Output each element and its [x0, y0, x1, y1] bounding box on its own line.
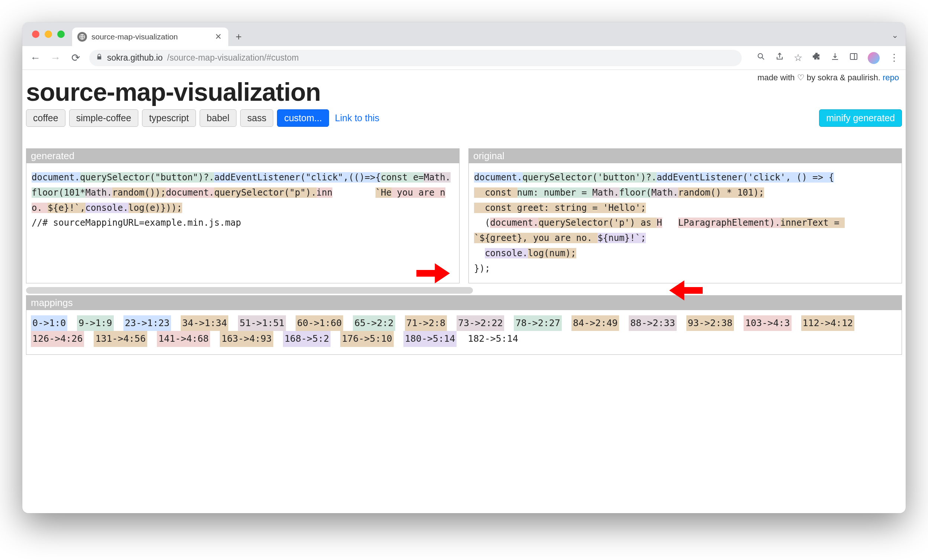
tab-simple-coffee[interactable]: simple-coffee [69, 109, 138, 127]
mapping-entry[interactable]: 78->2:27 [514, 315, 562, 331]
search-icon[interactable] [757, 52, 766, 64]
tab-babel[interactable]: babel [200, 109, 237, 127]
mapping-entry[interactable]: 180->5:14 [403, 331, 456, 347]
credits: made with ♡ by sokra & paulirish. repo [757, 73, 899, 82]
panels: generated document.querySelector("button… [26, 148, 902, 283]
mapping-entry[interactable]: 60->1:60 [296, 315, 343, 331]
profile-avatar[interactable] [868, 52, 880, 64]
mapping-entry[interactable]: 73->2:22 [456, 315, 504, 331]
url-path: /source-map-visualization/#custom [167, 53, 299, 63]
mapping-entry[interactable]: 126->4:26 [31, 331, 84, 347]
maximize-window-icon[interactable] [57, 31, 65, 38]
generated-header: generated [26, 149, 459, 163]
mapping-entry[interactable]: 168->5:2 [283, 331, 331, 347]
mapping-entry[interactable]: 9->1:9 [77, 315, 113, 331]
downloads-icon[interactable] [830, 52, 839, 64]
browser-window: source-map-visualization ✕ + ⌄ ← → ⟳ sok… [22, 22, 906, 513]
globe-icon [77, 32, 87, 42]
svg-point-1 [758, 53, 763, 58]
share-icon[interactable] [775, 52, 784, 64]
mapping-entry[interactable]: 88->2:33 [629, 315, 676, 331]
mappings-body[interactable]: 0->1:09->1:923->1:2334->1:3451->1:5160->… [26, 310, 902, 354]
reload-icon[interactable]: ⟳ [69, 52, 82, 64]
generated-panel: generated document.querySelector("button… [26, 148, 459, 283]
mapping-entry[interactable]: 163->4:93 [220, 331, 273, 347]
minimize-window-icon[interactable] [44, 31, 52, 38]
mapping-entry[interactable]: 65->2:2 [353, 315, 395, 331]
window-controls [32, 31, 65, 38]
mapping-entry[interactable]: 34->1:34 [181, 315, 228, 331]
mapping-entry[interactable]: 182->5:14 [466, 331, 519, 347]
generated-code[interactable]: document.querySelector("button")?.addEve… [26, 163, 459, 237]
forward-icon: → [49, 52, 62, 64]
mapping-entry[interactable]: 51->1:51 [238, 315, 285, 331]
mapping-entry[interactable]: 71->2:8 [405, 315, 447, 331]
tab-title: source-map-visualization [92, 32, 178, 41]
original-code[interactable]: document.querySelector('button')?.addEve… [469, 163, 902, 283]
back-icon[interactable]: ← [29, 52, 42, 64]
mappings-panel: mappings 0->1:09->1:923->1:2334->1:3451-… [26, 295, 902, 355]
tab-typescript[interactable]: typescript [142, 109, 196, 127]
original-header: original [469, 149, 902, 163]
close-window-icon[interactable] [32, 31, 40, 38]
url-host: sokra.github.io [107, 53, 163, 63]
address-bar: ← → ⟳ sokra.github.io/source-map-visuali… [22, 46, 906, 70]
tab-sass[interactable]: sass [240, 109, 273, 127]
minify-button[interactable]: minify generated [819, 109, 902, 127]
tab-custom[interactable]: custom... [277, 109, 329, 127]
link-to-this[interactable]: Link to this [335, 113, 380, 124]
url-input[interactable]: sokra.github.io/source-map-visualization… [89, 50, 742, 66]
toolbar: coffee simple-coffee typescript babel sa… [26, 109, 902, 127]
mapping-entry[interactable]: 112->4:12 [801, 315, 855, 331]
tabs-dropdown-icon[interactable]: ⌄ [891, 31, 898, 40]
close-tab-icon[interactable]: ✕ [215, 32, 221, 42]
horizontal-scrollbar[interactable] [26, 287, 473, 294]
heart-icon: ♡ [797, 73, 804, 82]
svg-rect-2 [850, 53, 857, 60]
mapping-entry[interactable]: 84->2:49 [571, 315, 619, 331]
new-tab-button[interactable]: + [230, 29, 247, 45]
mappings-header: mappings [26, 296, 902, 310]
toolbar-icons: ☆ ⋮ [757, 52, 899, 64]
menu-icon[interactable]: ⋮ [889, 52, 899, 64]
sidepanel-icon[interactable] [849, 52, 858, 64]
extensions-icon[interactable] [812, 52, 821, 64]
tab-coffee[interactable]: coffee [26, 109, 66, 127]
tab-strip: source-map-visualization ✕ + ⌄ [22, 22, 906, 46]
browser-tab[interactable]: source-map-visualization ✕ [72, 27, 228, 46]
page-content: made with ♡ by sokra & paulirish. repo s… [22, 70, 906, 513]
mapping-entry[interactable]: 23->1:23 [124, 315, 171, 331]
mapping-entry[interactable]: 131->4:56 [94, 331, 147, 347]
bookmark-icon[interactable]: ☆ [794, 52, 802, 64]
mapping-entry[interactable]: 141->4:68 [157, 331, 210, 347]
mapping-entry[interactable]: 176->5:10 [340, 331, 393, 347]
repo-link[interactable]: repo [883, 73, 899, 82]
mapping-entry[interactable]: 93->2:38 [686, 315, 734, 331]
lock-icon [96, 53, 102, 62]
mapping-entry[interactable]: 0->1:0 [31, 315, 67, 331]
mapping-entry[interactable]: 103->4:3 [743, 315, 791, 331]
original-panel: original document.querySelector('button'… [469, 148, 902, 283]
